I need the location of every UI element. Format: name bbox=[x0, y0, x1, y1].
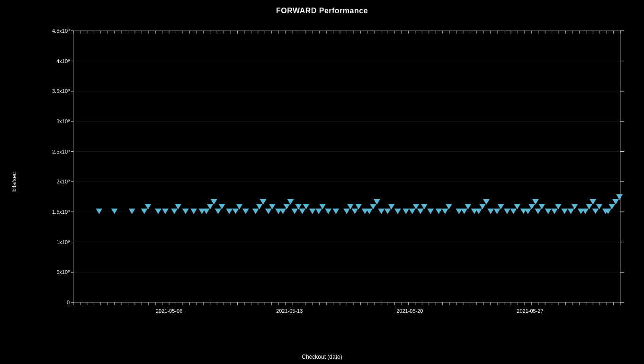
svg-marker-231 bbox=[265, 209, 272, 214]
svg-text:3.5x10⁹: 3.5x10⁹ bbox=[52, 88, 70, 94]
svg-marker-216 bbox=[182, 209, 189, 214]
svg-marker-302 bbox=[616, 194, 623, 200]
svg-marker-252 bbox=[370, 204, 376, 209]
svg-text:4x10⁹: 4x10⁹ bbox=[56, 58, 70, 64]
svg-marker-224 bbox=[226, 209, 233, 214]
svg-marker-275 bbox=[494, 209, 501, 214]
svg-marker-296 bbox=[592, 209, 599, 214]
svg-marker-227 bbox=[242, 209, 249, 214]
svg-marker-247 bbox=[347, 204, 354, 209]
svg-marker-276 bbox=[498, 204, 504, 209]
svg-marker-219 bbox=[203, 209, 210, 214]
svg-marker-255 bbox=[385, 209, 391, 214]
svg-marker-282 bbox=[528, 204, 535, 209]
svg-marker-249 bbox=[355, 204, 362, 209]
svg-marker-215 bbox=[175, 204, 181, 209]
svg-text:1x10⁹: 1x10⁹ bbox=[56, 239, 70, 245]
svg-marker-291 bbox=[572, 204, 578, 209]
svg-marker-253 bbox=[374, 199, 380, 205]
svg-text:3x10⁹: 3x10⁹ bbox=[56, 118, 70, 124]
svg-marker-268 bbox=[461, 209, 467, 214]
chart-container: FORWARD Performance bits/sec Checkout (d… bbox=[0, 0, 644, 364]
svg-marker-300 bbox=[608, 204, 615, 209]
svg-marker-217 bbox=[190, 209, 197, 214]
svg-marker-274 bbox=[487, 209, 494, 214]
svg-text:2x10⁹: 2x10⁹ bbox=[56, 179, 70, 184]
svg-marker-261 bbox=[417, 209, 424, 214]
svg-text:2021-05-06: 2021-05-06 bbox=[156, 308, 182, 314]
svg-marker-297 bbox=[596, 204, 602, 209]
svg-marker-301 bbox=[612, 199, 619, 205]
svg-marker-229 bbox=[256, 204, 263, 209]
svg-marker-277 bbox=[504, 209, 510, 214]
svg-marker-238 bbox=[295, 204, 302, 209]
svg-marker-257 bbox=[394, 209, 401, 214]
svg-marker-263 bbox=[427, 209, 434, 214]
svg-marker-226 bbox=[236, 204, 243, 209]
svg-marker-265 bbox=[442, 209, 448, 214]
svg-marker-273 bbox=[483, 199, 490, 205]
svg-marker-267 bbox=[456, 209, 462, 214]
svg-marker-212 bbox=[155, 209, 161, 214]
svg-marker-244 bbox=[325, 209, 331, 214]
svg-marker-243 bbox=[319, 204, 326, 209]
svg-text:2.5x10⁹: 2.5x10⁹ bbox=[52, 149, 70, 155]
svg-text:2021-05-13: 2021-05-13 bbox=[276, 308, 303, 314]
svg-marker-246 bbox=[343, 209, 350, 214]
x-axis-label: Checkout (date) bbox=[302, 354, 342, 360]
svg-marker-220 bbox=[207, 204, 214, 209]
svg-marker-266 bbox=[446, 204, 452, 209]
svg-text:2021-05-27: 2021-05-27 bbox=[517, 308, 543, 314]
svg-marker-278 bbox=[510, 209, 517, 214]
svg-marker-262 bbox=[421, 204, 428, 209]
svg-marker-248 bbox=[351, 209, 358, 214]
svg-marker-285 bbox=[538, 204, 545, 209]
svg-marker-281 bbox=[525, 209, 531, 214]
svg-marker-269 bbox=[465, 204, 471, 209]
svg-marker-258 bbox=[402, 209, 409, 214]
svg-marker-279 bbox=[514, 204, 520, 209]
svg-marker-295 bbox=[590, 199, 596, 205]
svg-marker-222 bbox=[215, 209, 222, 214]
svg-marker-213 bbox=[162, 209, 169, 214]
svg-marker-288 bbox=[555, 204, 562, 209]
svg-rect-206 bbox=[73, 31, 620, 302]
svg-marker-225 bbox=[233, 209, 239, 214]
chart-area: 4.5x10⁹4x10⁹3.5x10⁹3x10⁹2.5x10⁹2x10⁹1.5x… bbox=[36, 26, 635, 326]
svg-marker-211 bbox=[145, 204, 152, 209]
svg-marker-209 bbox=[129, 209, 135, 214]
svg-marker-272 bbox=[479, 204, 486, 209]
svg-marker-260 bbox=[413, 204, 420, 209]
svg-marker-230 bbox=[260, 199, 267, 205]
svg-marker-287 bbox=[551, 209, 558, 214]
svg-marker-223 bbox=[219, 204, 225, 209]
svg-marker-237 bbox=[291, 209, 298, 214]
svg-marker-245 bbox=[332, 209, 339, 214]
svg-text:2021-05-20: 2021-05-20 bbox=[396, 308, 423, 314]
svg-marker-241 bbox=[309, 209, 316, 214]
svg-marker-264 bbox=[436, 209, 442, 214]
svg-marker-284 bbox=[535, 209, 541, 214]
svg-marker-240 bbox=[303, 204, 309, 209]
svg-marker-228 bbox=[252, 209, 259, 214]
svg-marker-221 bbox=[211, 199, 217, 205]
svg-marker-239 bbox=[299, 209, 305, 214]
svg-marker-242 bbox=[315, 209, 322, 214]
svg-marker-251 bbox=[366, 209, 373, 214]
chart-svg: 4.5x10⁹4x10⁹3.5x10⁹3x10⁹2.5x10⁹2x10⁹1.5x… bbox=[36, 26, 635, 326]
svg-text:5x10⁸: 5x10⁸ bbox=[56, 269, 70, 275]
svg-marker-289 bbox=[561, 209, 568, 214]
svg-marker-214 bbox=[171, 209, 178, 214]
svg-text:0: 0 bbox=[67, 300, 70, 305]
svg-marker-236 bbox=[287, 199, 294, 205]
svg-text:1.5x10⁹: 1.5x10⁹ bbox=[52, 209, 70, 215]
svg-marker-256 bbox=[388, 204, 395, 209]
y-axis-label: bits/sec bbox=[11, 173, 18, 192]
svg-marker-232 bbox=[269, 204, 276, 209]
svg-marker-293 bbox=[582, 209, 589, 214]
svg-marker-294 bbox=[586, 204, 592, 209]
svg-marker-234 bbox=[279, 209, 286, 214]
chart-title: FORWARD Performance bbox=[0, 0, 644, 15]
svg-marker-290 bbox=[568, 209, 574, 214]
svg-marker-259 bbox=[409, 209, 416, 214]
